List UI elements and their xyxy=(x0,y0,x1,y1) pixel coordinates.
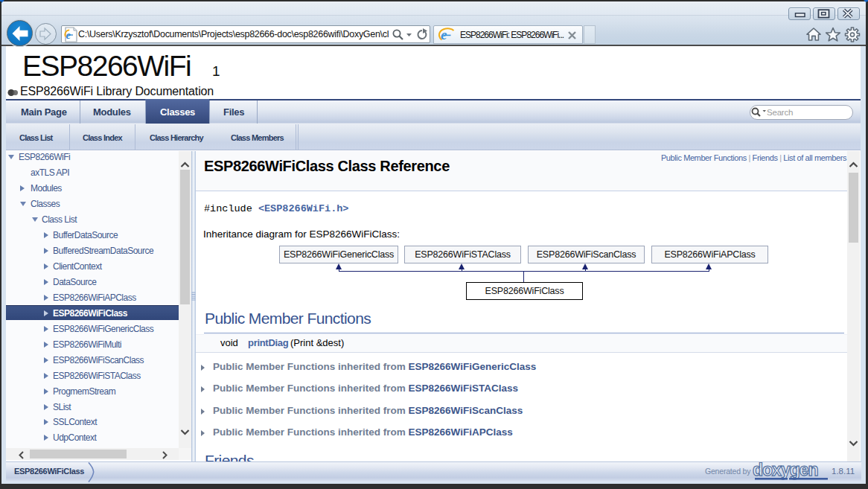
svg-text:e: e xyxy=(441,28,447,42)
svg-text:doxygen: doxygen xyxy=(753,462,818,479)
